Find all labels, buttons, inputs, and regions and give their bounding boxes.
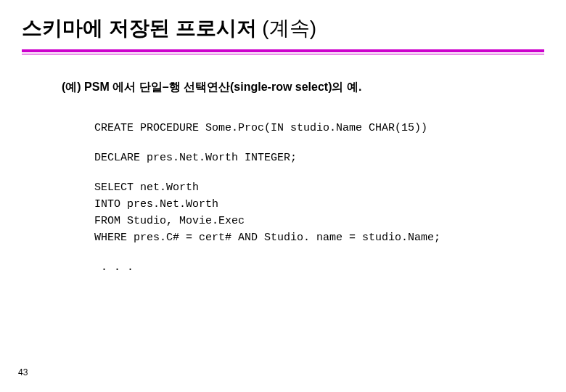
code-line: SELECT net.Worth [94, 180, 544, 195]
code-line: WHERE pres.C# = cert# AND Studio. name =… [94, 230, 544, 245]
slide-title: 스키마에 저장된 프로시저 (계속) [22, 15, 544, 48]
slide-container: 스키마에 저장된 프로시저 (계속) (예) PSM 에서 단일–행 선택연산(… [0, 0, 566, 291]
title-main: 스키마에 저장된 프로시저 [22, 17, 257, 39]
code-line: INTO pres.Net.Worth [94, 197, 544, 212]
code-line: CREATE PROCEDURE Some.Proc(IN studio.Nam… [94, 121, 544, 136]
code-line: DECLARE pres.Net.Worth INTEGER; [94, 150, 544, 166]
title-divider [22, 49, 544, 54]
page-number: 43 [18, 367, 28, 377]
code-ellipsis: . . . [94, 260, 544, 275]
title-sub: (계속) [257, 17, 316, 39]
code-block: CREATE PROCEDURE Some.Proc(IN studio.Nam… [94, 121, 544, 275]
code-line: FROM Studio, Movie.Exec [94, 213, 544, 229]
example-subtitle: (예) PSM 에서 단일–행 선택연산(single-row select)의… [62, 80, 544, 95]
